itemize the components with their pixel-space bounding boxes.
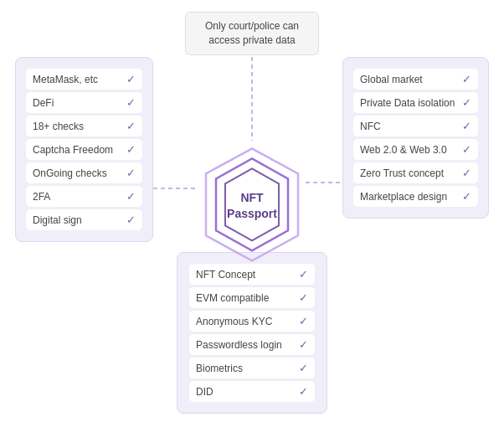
check-icon: ✓	[126, 96, 136, 109]
list-item: Global market ✓	[353, 69, 478, 90]
item-label: 2FA	[33, 191, 50, 203]
list-item: DID ✓	[189, 381, 315, 402]
item-label: NFT Concept	[196, 269, 255, 280]
item-label: Anonymous KYC	[196, 316, 272, 327]
list-item: Captcha Freedom ✓	[26, 139, 142, 160]
item-label: Private Data isolation	[360, 97, 455, 109]
check-icon: ✓	[126, 167, 136, 179]
item-label: EVM compatible	[196, 292, 269, 304]
list-item: Private Data isolation ✓	[353, 92, 478, 113]
check-icon: ✓	[462, 143, 471, 156]
svg-marker-6	[225, 168, 279, 240]
check-icon: ✓	[462, 73, 471, 85]
list-item: Digital sign ✓	[26, 209, 142, 230]
top-box: Only court/police can access private dat…	[185, 12, 319, 55]
list-item: Marketplace design ✓	[353, 186, 478, 207]
item-label: 18+ checks	[33, 121, 84, 132]
check-icon: ✓	[126, 120, 136, 132]
diagram-container: Only court/police can access private dat…	[0, 0, 504, 422]
check-icon: ✓	[126, 190, 136, 203]
check-icon: ✓	[462, 120, 471, 132]
check-icon: ✓	[462, 190, 471, 203]
list-item: OnGoing checks ✓	[26, 162, 142, 183]
check-icon: ✓	[462, 167, 471, 179]
item-label: Captcha Freedom	[33, 144, 113, 156]
list-item: DeFi ✓	[26, 92, 142, 113]
center-hexagon: NFT Passport	[198, 142, 306, 270]
item-label: Passwordless login	[196, 339, 282, 351]
list-item: 18+ checks ✓	[26, 116, 142, 136]
list-item: Biometrics ✓	[189, 358, 315, 378]
check-icon: ✓	[126, 214, 136, 226]
item-label: NFC	[360, 121, 381, 132]
item-label: Marketplace design	[360, 191, 447, 203]
item-label: Global market	[360, 74, 423, 85]
list-item: EVM compatible ✓	[189, 287, 315, 308]
check-icon: ✓	[299, 385, 308, 398]
item-label: MetaMask, etc	[33, 74, 98, 85]
check-icon: ✓	[126, 73, 136, 85]
list-item: 2FA ✓	[26, 186, 142, 207]
item-label: Web 2.0 & Web 3.0	[360, 144, 447, 156]
left-panel: MetaMask, etc ✓ DeFi ✓ 18+ checks ✓ Capt…	[15, 57, 153, 242]
list-item: Zero Trust concept ✓	[353, 162, 478, 183]
check-icon: ✓	[299, 338, 308, 351]
bottom-panel: NFT Concept ✓ EVM compatible ✓ Anonymous…	[177, 252, 327, 414]
list-item: Web 2.0 & Web 3.0 ✓	[353, 139, 478, 160]
right-panel: Global market ✓ Private Data isolation ✓…	[342, 57, 489, 219]
item-label: DeFi	[33, 97, 54, 109]
check-icon: ✓	[299, 291, 308, 304]
check-icon: ✓	[299, 315, 308, 327]
list-item: Anonymous KYC ✓	[189, 311, 315, 332]
item-label: Digital sign	[33, 214, 82, 226]
top-box-text: Only court/police can access private dat…	[205, 20, 299, 46]
item-label: DID	[196, 386, 213, 398]
check-icon: ✓	[299, 362, 308, 374]
item-label: Biometrics	[196, 363, 243, 374]
check-icon: ✓	[462, 96, 471, 109]
list-item: MetaMask, etc ✓	[26, 69, 142, 90]
item-label: OnGoing checks	[33, 167, 107, 179]
list-item: Passwordless login ✓	[189, 334, 315, 355]
list-item: NFC ✓	[353, 116, 478, 136]
item-label: Zero Trust concept	[360, 167, 444, 179]
check-icon: ✓	[126, 143, 136, 156]
